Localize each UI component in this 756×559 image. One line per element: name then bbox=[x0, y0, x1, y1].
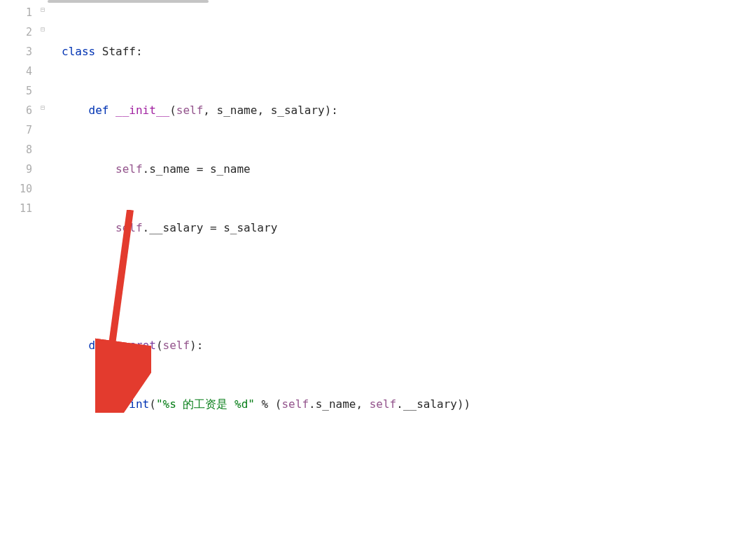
fold-toggle-icon[interactable]: ⊟ bbox=[36, 104, 45, 112]
fold-toggle-icon[interactable]: ⊟ bbox=[36, 25, 45, 34]
code-line[interactable]: print("%s 的工资是 %d" % (self.s_name, self.… bbox=[48, 395, 756, 414]
code-line[interactable] bbox=[48, 277, 756, 297]
code-line[interactable]: self.__salary = s_salary bbox=[48, 218, 756, 238]
code-line[interactable]: class Staff: bbox=[48, 42, 756, 62]
code-editor[interactable]: 1 2 3 4 5 6 7 8 9 10 11 ⊟ ⊟ ⊟ class Staf… bbox=[0, 0, 756, 559]
code-line[interactable]: def __init__(self, s_name, s_salary): bbox=[48, 101, 756, 120]
code-line[interactable] bbox=[48, 453, 756, 473]
fold-column[interactable]: ⊟ ⊟ ⊟ bbox=[36, 0, 48, 559]
line-number-gutter[interactable]: 1 2 3 4 5 6 7 8 9 10 11 ⊟ ⊟ ⊟ bbox=[0, 0, 48, 559]
code-line[interactable]: def secret(self): bbox=[48, 336, 756, 355]
code-area[interactable]: class Staff: def __init__(self, s_name, … bbox=[48, 0, 756, 559]
code-line[interactable]: self.s_name = s_name bbox=[48, 160, 756, 179]
fold-toggle-icon[interactable]: ⊟ bbox=[36, 6, 45, 14]
code-line[interactable] bbox=[48, 512, 756, 532]
